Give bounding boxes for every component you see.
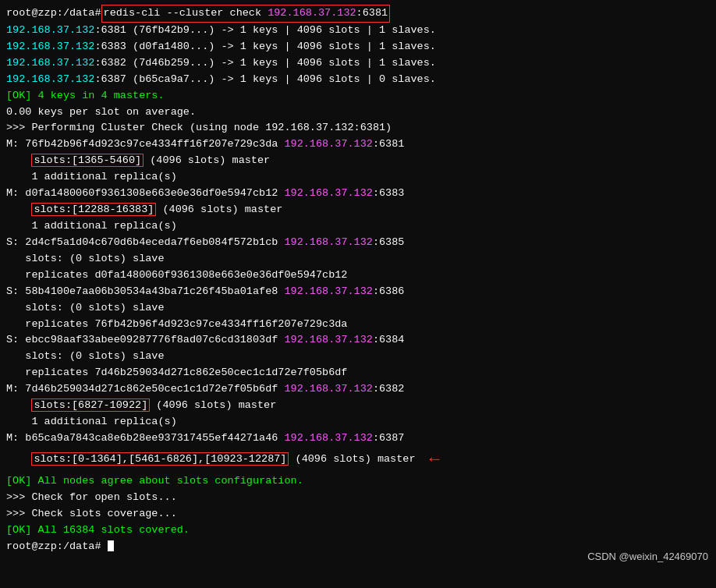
slave3-header: S: ebcc98aaf33abee09287776f8ad07c6cd3180… bbox=[6, 332, 710, 349]
ok-masters-line: [OK] 4 keys in 4 masters. bbox=[6, 88, 710, 104]
master3-slots: slots:[6827-10922] (4096 slots) master bbox=[6, 398, 710, 414]
master3-header: M: 7d46b259034d271c862e50cec1c1d72e7f05b… bbox=[6, 381, 710, 398]
check-slots-coverage: >>> Check slots coverage... bbox=[6, 506, 710, 522]
slots-box-1: slots:[1365-5460] bbox=[31, 154, 144, 167]
slave2-header: S: 58b4100e7aa06b30534a43ba71c26f45ba01a… bbox=[6, 284, 710, 300]
node-line-3: 192.168.37.132:6382 (7d46b259...) -> 1 k… bbox=[6, 55, 710, 72]
master4-slots: slots:[0-1364],[5461-6826],[10923-12287]… bbox=[6, 452, 416, 468]
slave2-slots: slots: (0 slots) slave bbox=[6, 300, 710, 317]
slots-box-2: slots:[12288-16383] bbox=[31, 203, 156, 216]
command-line: root@zzp:/data# redis-cli --cluster chec… bbox=[6, 5, 710, 23]
slave2-replicates: replicates 76fb42b96f4d923c97ce4334ff16f… bbox=[6, 317, 710, 333]
node-line-2: 192.168.37.132:6383 (d0fa1480...) -> 1 k… bbox=[6, 39, 710, 55]
watermark: CSDN @weixin_42469070 bbox=[587, 549, 708, 565]
node-line-1: 192.168.37.132:6381 (76fb42b9...) -> 1 k… bbox=[6, 23, 710, 39]
avg-line: 0.00 keys per slot on average. bbox=[6, 104, 710, 121]
cluster-check-line: >>> Performing Cluster Check (using node… bbox=[6, 120, 710, 136]
master2-header: M: d0fa1480060f9361308e663e0e36df0e5947c… bbox=[6, 186, 710, 202]
cursor bbox=[108, 540, 114, 551]
slave1-replicates: replicates d0fa1480060f9361308e663e0e36d… bbox=[6, 267, 710, 284]
slave1-slots: slots: (0 slots) slave bbox=[6, 251, 710, 267]
slave3-replicates: replicates 7d46b259034d271c862e50cec1c1d… bbox=[6, 365, 710, 381]
slave3-slots: slots: (0 slots) slave bbox=[6, 349, 710, 365]
node-line-4: 192.168.37.132:6387 (b65ca9a7...) -> 1 k… bbox=[6, 72, 710, 88]
slave1-header: S: 2d4cf5a1d04c670d6b4eceda7f6eb084f572b… bbox=[6, 235, 710, 251]
master1-slots: slots:[1365-5460] (4096 slots) master bbox=[6, 153, 710, 169]
master1-replicas: 1 additional replica(s) bbox=[6, 169, 710, 186]
master1-header: M: 76fb42b96f4d923c97ce4334ff16f207e729c… bbox=[6, 136, 710, 153]
master4-header: M: b65ca9a7843ca8e6b28ee937317455ef44271… bbox=[6, 430, 710, 447]
master2-slots: slots:[12288-16383] (4096 slots) master bbox=[6, 202, 710, 218]
command-box: redis-cli --cluster check 192.168.37.132… bbox=[101, 5, 391, 23]
arrow-icon: ← bbox=[430, 447, 440, 473]
prompt: root@zzp:/data# bbox=[6, 5, 101, 22]
master3-replicas: 1 additional replica(s) bbox=[6, 414, 710, 430]
ok-all-covered: [OK] All 16384 slots covered. bbox=[6, 522, 710, 539]
master4-slots-row: slots:[0-1364],[5461-6826],[10923-12287]… bbox=[6, 447, 710, 473]
command-ip: 192.168.37.132 bbox=[268, 7, 356, 19]
slots-box-3: slots:[6827-10922] bbox=[31, 398, 150, 412]
check-open-slots: >>> Check for open slots... bbox=[6, 490, 710, 506]
slots-box-4: slots:[0-1364],[5461-6826],[10923-12287] bbox=[31, 452, 289, 466]
terminal-window: root@zzp:/data# redis-cli --cluster chec… bbox=[0, 0, 716, 588]
ok-nodes-agree: [OK] All nodes agree about slots configu… bbox=[6, 473, 710, 490]
master2-replicas: 1 additional replica(s) bbox=[6, 218, 710, 235]
